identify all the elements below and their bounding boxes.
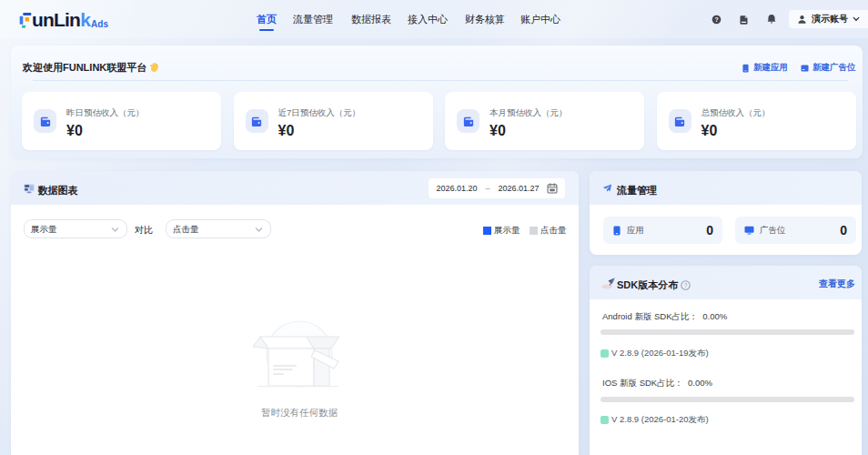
svg-text:?: ? <box>684 282 688 288</box>
svg-text:?: ? <box>714 16 718 23</box>
